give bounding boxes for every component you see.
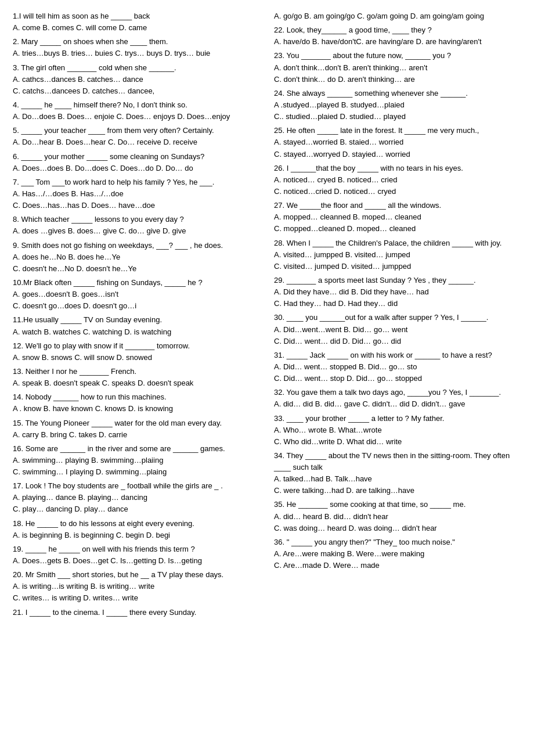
answer-option: C. swimming… I playing D. swimming…plain…: [13, 466, 260, 478]
question-block: 17. Look ! The boy students are _ footba…: [13, 480, 260, 515]
answer-option: A. playing… dance B. playing… dancing: [13, 492, 260, 503]
question-block: 15. The Young Pioneer _____ water for th…: [13, 417, 260, 441]
answer-option: C. don't think… do D. aren't thinking… a…: [274, 74, 521, 85]
answer-option: C. Did… went… did D. Did… go… did: [274, 336, 521, 347]
answer-option: A. Do…does B. Does… enjoie C. Does… enjo…: [13, 111, 260, 123]
answer-option: A. Has…/…does B. Has…/…doe: [13, 188, 260, 200]
question-text: 34. They _____ about the TV news then in…: [274, 450, 521, 473]
question-block: 1.I will tell him as soon as he _____ ba…: [13, 10, 260, 34]
question-text: 3. The girl often _______ cold when she …: [13, 62, 260, 74]
question-block: 12. We'll go to play with snow if it ___…: [13, 340, 260, 363]
question-block: 13. Neither I nor he _______ French.A. s…: [13, 366, 260, 389]
answer-option: A. does …gives B. does… give C. do… give…: [13, 225, 260, 237]
question-block: 6. _____ your mother _____ some cleaning…: [13, 151, 260, 174]
answer-option: A. did… heard B. did… didn't hear: [274, 511, 521, 523]
question-text: 25. He often _____ late in the forest. I…: [274, 125, 521, 136]
question-block: 35. He _______ some cooking at that time…: [274, 499, 521, 534]
answer-option: C. noticed…cried D. noticed… cryed: [274, 186, 521, 197]
answer-option: C. visited… jumped D. visited… jumpped: [274, 261, 521, 272]
answer-option: C. Did… went… stop D. Did… go… stopped: [274, 373, 521, 384]
answer-option: A. Did they have… did B. Did they have… …: [274, 286, 521, 298]
question-block: 31. _____ Jack _____ on with his work or…: [274, 350, 521, 384]
question-text: 30. ____ you ______out for a walk after …: [274, 312, 521, 323]
question-text: 33. ____ your brother _____ a letter to …: [274, 413, 521, 424]
question-text: 17. Look ! The boy students are _ footba…: [13, 480, 260, 492]
answer-option: C. Who did…write D. What did… write: [274, 436, 521, 448]
question-block: 5. _____ your teacher ____ from them ver…: [13, 125, 260, 148]
question-text: 27. We _____the floor and _____ all the …: [274, 200, 521, 211]
answer-option: A. Does…gets B. Does…get C. Is…getting D…: [13, 555, 260, 567]
question-block: 30. ____ you ______out for a walk after …: [274, 312, 521, 347]
answer-option: A. cathcs…dances B. catches… dance: [13, 74, 260, 85]
question-block: 20. Mr Smith ___ short stories, but he _…: [13, 569, 260, 604]
answer-option: A. Do…hear B. Does…hear C. Do… receive D…: [13, 136, 260, 148]
question-text: 7. ___ Tom ___to work hard to help his f…: [13, 177, 260, 188]
question-text: 12. We'll go to play with snow if it ___…: [13, 340, 260, 352]
right-column: A. go/go B. am going/go C. go/am going D…: [274, 10, 521, 621]
question-text: A. go/go B. am going/go C. go/am going D…: [274, 10, 521, 22]
question-text: 29. _______ a sports meet last Sunday ? …: [274, 275, 521, 286]
question-block: 8. Which teacher _____ lessons to you ev…: [13, 214, 260, 237]
question-block: 26. I ______that the boy _____ with no t…: [274, 163, 521, 197]
question-text: 35. He _______ some cooking at that time…: [274, 499, 521, 510]
question-text: 19. _____ he _____ on well with his frie…: [13, 543, 260, 555]
question-block: 22. Look, they______ a good time, ____ t…: [274, 24, 521, 48]
answer-option: C.. studied…plaied D. studied… played: [274, 111, 521, 123]
question-text: 21. I _____ to the cinema. I _____ there…: [13, 607, 260, 618]
question-text: 31. _____ Jack _____ on with his work or…: [274, 350, 521, 361]
answer-option: A. carry B. bring C. takes D. carrie: [13, 429, 260, 441]
answer-option: C. catchs…dancees D. catches… dancee,: [13, 85, 260, 97]
question-block: 9. Smith does not go fishing on weekdays…: [13, 240, 260, 275]
answer-option: A. don't think…don't B. aren't thinking……: [274, 62, 521, 74]
question-block: 18. He _____ to do his lessons at eight …: [13, 518, 260, 541]
answer-option: A. come B. comes C. will come D. came: [13, 22, 260, 34]
question-text: 14. Nobody ______ how to run this machin…: [13, 391, 260, 403]
answer-option: C. stayed…worryed D. stayied… worried: [274, 149, 521, 160]
answer-option: C. Does…has…has D. Does… have…doe: [13, 200, 260, 211]
question-block: 36. " _____ you angry then?" "They_ too …: [274, 537, 521, 571]
answer-option: A. goes…doesn't B. goes…isn't: [13, 289, 260, 300]
answer-option: A. Did… went… stopped B. Did… go… sto: [274, 361, 521, 373]
answer-option: A. Did…went…went B. Did… go… went: [274, 324, 521, 336]
answer-option: A. Does…does B. Do…does C. Does…do D. Do…: [13, 163, 260, 174]
question-block: 19. _____ he _____ on well with his frie…: [13, 543, 260, 567]
answer-option: A. speak B. doesn't speak C. speaks D. d…: [13, 377, 260, 389]
answer-option: C. writes… is writing D. writes… write: [13, 592, 260, 604]
question-text: 32. You gave them a talk two days ago, _…: [274, 387, 521, 398]
answer-option: A. does he…No B. does he…Ye: [13, 251, 260, 263]
answer-option: A. is beginning B. is beginning C. begin…: [13, 530, 260, 541]
answer-option: A. snow B. snows C. will snow D. snowed: [13, 352, 260, 363]
question-block: 21. I _____ to the cinema. I _____ there…: [13, 607, 260, 618]
question-block: 24. She always ______ something whenever…: [274, 88, 521, 123]
question-block: 3. The girl often _______ cold when she …: [13, 62, 260, 97]
question-block: 14. Nobody ______ how to run this machin…: [13, 391, 260, 415]
answer-option: A. did… did B. did… gave C. didn't… did …: [274, 398, 521, 410]
answer-option: A. Who… wrote B. What…wrote: [274, 424, 521, 436]
answer-option: A. swimming… playing B. swimming…plaiing: [13, 455, 260, 466]
answer-option: A. stayed…worried B. staied… worried: [274, 136, 521, 148]
answer-option: C. mopped…cleaned D. moped… cleaned: [274, 223, 521, 235]
answer-option: A. have/do B. have/don'tC. are having/ar…: [274, 36, 521, 48]
answer-option: C. doesn't go…does D. doesn't go…i: [13, 300, 260, 312]
question-block: 2. Mary _____ on shoes when she ____ the…: [13, 36, 260, 59]
question-text: 26. I ______that the boy _____ with no t…: [274, 163, 521, 174]
question-block: 25. He often _____ late in the forest. I…: [274, 125, 521, 160]
question-text: 2. Mary _____ on shoes when she ____ the…: [13, 36, 260, 48]
answer-option: A. is writing…is writing B. is writing… …: [13, 581, 260, 592]
question-block: A. go/go B. am going/go C. go/am going D…: [274, 10, 521, 22]
answer-option: C. was doing… heard D. was doing… didn't…: [274, 523, 521, 534]
left-column: 1.I will tell him as soon as he _____ ba…: [13, 10, 260, 621]
question-text: 36. " _____ you angry then?" "They_ too …: [274, 537, 521, 548]
question-text: 9. Smith does not go fishing on weekdays…: [13, 240, 260, 251]
answer-option: A. tries…buys B. tries… buies C. trys… b…: [13, 48, 260, 59]
question-text: 13. Neither I nor he _______ French.: [13, 366, 260, 377]
question-block: 7. ___ Tom ___to work hard to help his f…: [13, 177, 260, 211]
answer-option: C. Had they… had D. Had they… did: [274, 298, 521, 309]
question-block: 23. You _______ about the future now, __…: [274, 50, 521, 85]
main-content: 1.I will tell him as soon as he _____ ba…: [13, 10, 521, 621]
answer-option: A .studyed…played B. studyed…plaied: [274, 99, 521, 111]
answer-option: A. watch B. watches C. watching D. is wa…: [13, 326, 260, 338]
question-text: 15. The Young Pioneer _____ water for th…: [13, 417, 260, 429]
question-block: 11.He usually _____ TV on Sunday evening…: [13, 314, 260, 337]
question-text: 18. He _____ to do his lessons at eight …: [13, 518, 260, 530]
